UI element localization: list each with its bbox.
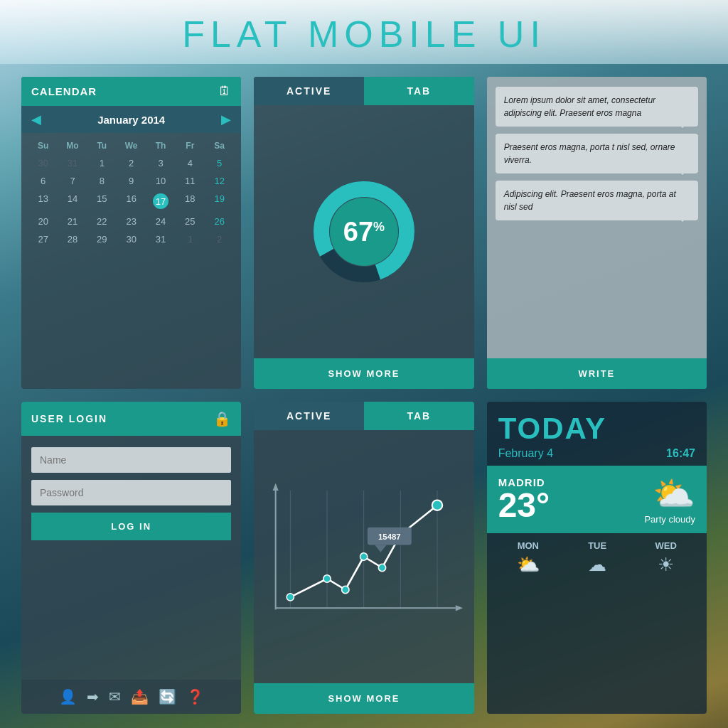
cal-day[interactable]: 7 <box>58 173 87 188</box>
write-btn[interactable]: WRITE <box>487 358 707 389</box>
chat-bubble-1: Lorem ipsum dolor sit amet, consectetur … <box>496 87 698 127</box>
cal-day[interactable]: 4 <box>176 156 205 171</box>
weather-panel: TODAY February 4 16:47 MADRID 23° ⛅ Part… <box>487 402 707 714</box>
donut-center: 67% <box>307 175 421 289</box>
cal-day[interactable]: 15 <box>87 191 117 211</box>
chat-bubble-2: Praesent eros magna, porta t nisl sed, o… <box>496 134 698 173</box>
cal-week-2: 6 7 8 9 10 11 12 <box>28 173 234 188</box>
page-header: FLAT MOBILE UI <box>0 0 728 64</box>
forecast-tue-icon: ☁ <box>588 554 606 576</box>
svg-text:15487: 15487 <box>378 532 401 541</box>
calendar-header: CALENDAR 🗓 <box>21 77 241 106</box>
cal-day[interactable]: 10 <box>146 173 175 188</box>
cal-day[interactable]: 1 <box>176 232 205 247</box>
cal-day[interactable]: 29 <box>87 232 117 247</box>
donut-panel: ACTIVE TAB 67% SHOW MORE <box>254 77 473 389</box>
svg-marker-10 <box>456 605 463 611</box>
forecast-wed-icon: ☀ <box>658 554 674 576</box>
cal-day[interactable]: 16 <box>117 191 146 211</box>
weather-today-label: TODAY <box>498 412 695 446</box>
cal-day[interactable]: 21 <box>58 214 87 229</box>
chat-panel: Lorem ipsum dolor sit amet, consectetur … <box>487 77 707 389</box>
cal-day[interactable]: 5 <box>205 156 234 171</box>
cal-day[interactable]: 12 <box>205 173 234 188</box>
calendar-month: January 2014 <box>97 114 165 126</box>
cal-day[interactable]: 30 <box>28 156 58 171</box>
cal-day[interactable]: 1 <box>87 156 117 171</box>
cal-day[interactable]: 31 <box>146 232 175 247</box>
refresh-icon[interactable]: 🔄 <box>159 688 176 705</box>
cal-day[interactable]: 6 <box>28 173 58 188</box>
upload-icon[interactable]: 📤 <box>131 688 149 705</box>
forecast-tue-label: TUE <box>588 540 606 551</box>
svg-marker-11 <box>273 483 279 491</box>
name-input[interactable] <box>31 447 231 473</box>
cal-day[interactable]: 27 <box>28 232 58 247</box>
cal-day[interactable]: 14 <box>58 191 87 211</box>
arrow-icon[interactable]: ➡ <box>87 688 99 705</box>
svg-point-14 <box>342 586 349 593</box>
weather-today-section: TODAY February 4 16:47 <box>487 402 707 466</box>
cal-header-sa: Sa <box>205 139 234 153</box>
cal-day[interactable]: 25 <box>176 214 205 229</box>
cal-day[interactable]: 19 <box>205 191 234 211</box>
tab-header-1: ACTIVE TAB <box>254 77 473 105</box>
svg-point-15 <box>360 553 368 560</box>
forecast-mon: MON ⛅ <box>517 540 540 576</box>
svg-point-18 <box>432 500 442 510</box>
cal-day[interactable]: 28 <box>58 232 87 247</box>
weather-desc: Party cloudy <box>644 514 695 525</box>
weather-temp: 23° <box>498 488 550 523</box>
login-body: LOG IN <box>21 436 241 680</box>
password-input[interactable] <box>31 480 231 505</box>
cal-day-today[interactable]: 17 <box>146 191 175 211</box>
cal-day[interactable]: 13 <box>28 191 58 211</box>
donut-chart: 67% <box>307 175 421 289</box>
calendar-prev-btn[interactable]: ◀ <box>31 112 41 127</box>
cal-header-th: Th <box>146 139 175 153</box>
cal-day[interactable]: 3 <box>146 156 175 171</box>
tab-inactive-1[interactable]: TAB <box>364 77 474 105</box>
tab-inactive-2[interactable]: TAB <box>364 402 474 430</box>
cal-day[interactable]: 18 <box>176 191 205 211</box>
weather-city-temp: MADRID 23° <box>498 476 550 523</box>
cal-header-tu: Tu <box>87 139 117 153</box>
page-title: FLAT MOBILE UI <box>0 13 728 55</box>
icon-bar: 👤 ➡ ✉ 📤 🔄 ❓ <box>21 680 241 714</box>
calendar-icon: 🗓 <box>218 84 231 99</box>
main-grid: CALENDAR 🗓 ◀ January 2014 ▶ Su Mo Tu We … <box>0 64 728 721</box>
show-more-btn-1[interactable]: SHOW MORE <box>254 358 473 389</box>
cal-day[interactable]: 11 <box>176 173 205 188</box>
cal-day[interactable]: 31 <box>58 156 87 171</box>
cal-day[interactable]: 22 <box>87 214 117 229</box>
cal-day[interactable]: 20 <box>28 214 58 229</box>
login-btn[interactable]: LOG IN <box>31 513 231 540</box>
help-icon[interactable]: ❓ <box>186 688 204 705</box>
calendar-next-btn[interactable]: ▶ <box>221 112 231 127</box>
cal-day[interactable]: 30 <box>117 232 146 247</box>
login-title: USER LOGIN <box>31 413 107 424</box>
cal-day[interactable]: 2 <box>205 232 234 247</box>
forecast-wed: WED ☀ <box>655 540 676 576</box>
login-panel: USER LOGIN 🔒 LOG IN 👤 ➡ ✉ 📤 🔄 ❓ <box>21 402 241 714</box>
cal-day[interactable]: 23 <box>117 214 146 229</box>
cal-week-3: 13 14 15 16 17 18 19 <box>28 191 234 211</box>
svg-marker-20 <box>375 545 387 552</box>
tab-active-1[interactable]: ACTIVE <box>254 77 364 105</box>
svg-point-13 <box>323 575 331 582</box>
cal-header-mo: Mo <box>58 139 87 153</box>
cal-day[interactable]: 24 <box>146 214 175 229</box>
forecast-tue: TUE ☁ <box>588 540 606 576</box>
weather-sun-cloud-icon: ⛅ <box>653 474 695 514</box>
cal-day[interactable]: 26 <box>205 214 234 229</box>
chat-bubble-3: Adipiscing elit. Praesent eros magna, po… <box>496 181 698 220</box>
forecast-wed-label: WED <box>655 540 676 551</box>
show-more-btn-2[interactable]: SHOW MORE <box>254 683 473 714</box>
person-icon[interactable]: 👤 <box>59 688 77 705</box>
weather-time: 16:47 <box>666 447 695 460</box>
message-icon[interactable]: ✉ <box>109 688 121 705</box>
tab-active-2[interactable]: ACTIVE <box>254 402 364 430</box>
cal-day[interactable]: 9 <box>117 173 146 188</box>
cal-day[interactable]: 2 <box>117 156 146 171</box>
cal-day[interactable]: 8 <box>87 173 117 188</box>
